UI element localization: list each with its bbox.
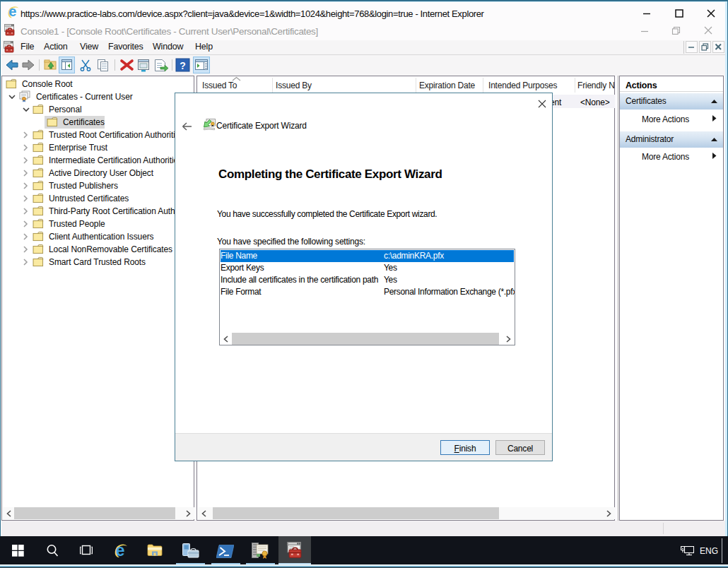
svg-text:?: ? [180,60,186,71]
